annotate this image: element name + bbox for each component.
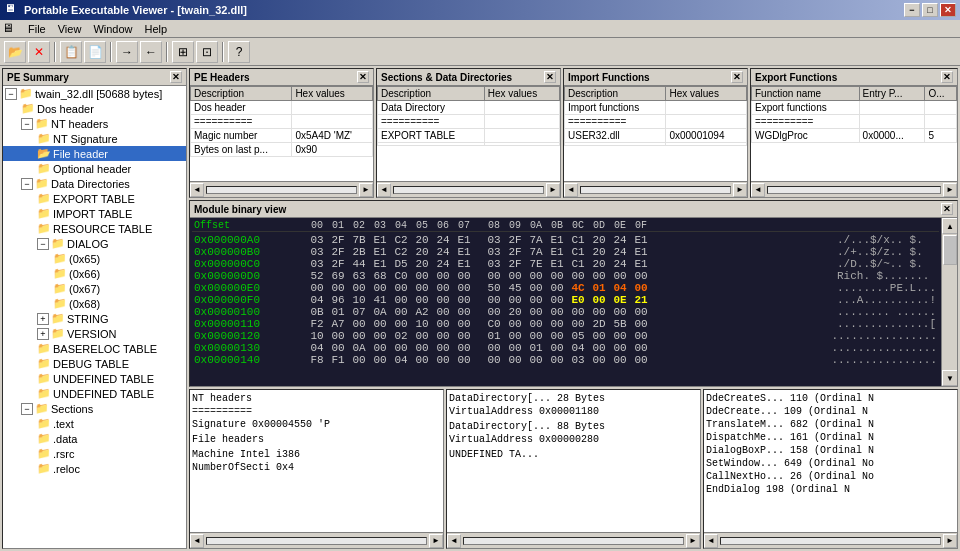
toolbar-copy[interactable]: 📋 — [60, 41, 82, 63]
tree-dialog-66[interactable]: 📁 (0x66) — [3, 266, 186, 281]
tree-import-table[interactable]: 📁 IMPORT TABLE — [3, 206, 186, 221]
toolbar-paste[interactable]: 📄 — [84, 41, 106, 63]
tree-nt-sig[interactable]: 📁 NT Signature — [3, 131, 186, 146]
table-row[interactable]: ========== — [378, 115, 560, 129]
bp1-scroll-right[interactable]: ► — [429, 534, 443, 548]
export-scroll-left[interactable]: ◄ — [751, 183, 765, 197]
bp2-scrollbar[interactable]: ◄ ► — [447, 532, 700, 548]
sections-content[interactable]: Description Hex values Data Directory===… — [377, 86, 560, 181]
toolbar-forward[interactable]: → — [116, 41, 138, 63]
datadirs-expand[interactable]: − — [21, 178, 33, 190]
bottom-panel-2-content[interactable]: DataDirectory[... 28 BytesVirtualAddress… — [447, 390, 700, 532]
bp3-scroll-right[interactable]: ► — [943, 534, 957, 548]
table-row[interactable]: Magic number0x5A4D 'MZ' — [191, 129, 373, 143]
toolbar-back[interactable]: ← — [140, 41, 162, 63]
dialog-expand[interactable]: − — [37, 238, 49, 250]
binary-scroll-up[interactable]: ▲ — [942, 218, 957, 234]
tree-undef1[interactable]: 📁 UNDEFINED TABLE — [3, 371, 186, 386]
table-row[interactable]: ========== — [565, 115, 747, 129]
import-scroll-right[interactable]: ► — [733, 183, 747, 197]
toolbar-window2[interactable]: ⊡ — [196, 41, 218, 63]
tree-data[interactable]: 📁 .data — [3, 431, 186, 446]
table-row[interactable]: USER32.dll0x00001094 — [565, 129, 747, 143]
table-row[interactable]: Bytes on last p...0x90 — [191, 143, 373, 157]
export-scrollbar[interactable]: ◄ ► — [751, 181, 957, 197]
close-button[interactable]: ✕ — [940, 3, 956, 17]
sections-close[interactable]: ✕ — [544, 71, 556, 83]
binary-table[interactable]: Offset 00 01 02 03 04 05 06 07 08 — [190, 218, 941, 386]
bp2-scroll-right[interactable]: ► — [686, 534, 700, 548]
bp3-scrollbar[interactable]: ◄ ► — [704, 532, 957, 548]
tree-undef2[interactable]: 📁 UNDEFINED TABLE — [3, 386, 186, 401]
binary-scroll-down[interactable]: ▼ — [942, 370, 957, 386]
import-content[interactable]: Description Hex values Import functions=… — [564, 86, 747, 181]
toolbar-help[interactable]: ? — [228, 41, 250, 63]
pe-headers-content[interactable]: Description Hex values Dos header=======… — [190, 86, 373, 181]
table-row[interactable] — [565, 143, 747, 146]
toolbar-close[interactable]: ✕ — [28, 41, 50, 63]
tree-root[interactable]: − 📁 twain_32.dll [50688 bytes] — [3, 86, 186, 101]
tree-dialog-67[interactable]: 📁 (0x67) — [3, 281, 186, 296]
nt-expand[interactable]: − — [21, 118, 33, 130]
tree-reloc[interactable]: 📁 .reloc — [3, 461, 186, 476]
binary-scroll-thumb[interactable] — [943, 235, 957, 265]
pe-headers-scrollbar[interactable]: ◄ ► — [190, 181, 373, 197]
tree-dialog-65[interactable]: 📁 (0x65) — [3, 251, 186, 266]
binary-view-close[interactable]: ✕ — [941, 203, 953, 215]
import-scrollbar[interactable]: ◄ ► — [564, 181, 747, 197]
tree-sections[interactable]: − 📁 Sections — [3, 401, 186, 416]
string-expand[interactable]: + — [37, 313, 49, 325]
tree-dialog-68[interactable]: 📁 (0x68) — [3, 296, 186, 311]
tree-basereloc[interactable]: 📁 BASERELOC TABLE — [3, 341, 186, 356]
bp1-scroll-left[interactable]: ◄ — [190, 534, 204, 548]
menu-file[interactable]: File — [22, 22, 52, 36]
menu-view[interactable]: View — [52, 22, 88, 36]
export-content[interactable]: Function name Entry P... O... Export fun… — [751, 86, 957, 181]
tree-text[interactable]: 📁 .text — [3, 416, 186, 431]
toolbar-grid[interactable]: ⊞ — [172, 41, 194, 63]
pe-headers-close[interactable]: ✕ — [357, 71, 369, 83]
export-scroll-right[interactable]: ► — [943, 183, 957, 197]
table-row[interactable]: EXPORT TABLE — [378, 129, 560, 143]
bp2-scroll-left[interactable]: ◄ — [447, 534, 461, 548]
tree-view[interactable]: − 📁 twain_32.dll [50688 bytes] 📁 Dos hea… — [3, 86, 186, 548]
version-expand[interactable]: + — [37, 328, 49, 340]
tree-nt-headers[interactable]: − 📁 NT headers — [3, 116, 186, 131]
tree-data-dirs[interactable]: − 📁 Data Directories — [3, 176, 186, 191]
table-row[interactable]: ========== — [191, 115, 373, 129]
table-row[interactable]: Dos header — [191, 101, 373, 115]
sections-scrollbar[interactable]: ◄ ► — [377, 181, 560, 197]
bottom-panel-1-content[interactable]: NT headers==========Signature 0x00004550… — [190, 390, 443, 532]
tree-version[interactable]: + 📁 VERSION — [3, 326, 186, 341]
pe-headers-scroll-right[interactable]: ► — [359, 183, 373, 197]
tree-string[interactable]: + 📁 STRING — [3, 311, 186, 326]
tree-dos-header[interactable]: 📁 Dos header — [3, 101, 186, 116]
export-close[interactable]: ✕ — [941, 71, 953, 83]
tree-rsrc[interactable]: 📁 .rsrc — [3, 446, 186, 461]
bottom-panel-3-content[interactable]: DdeCreateS... 110 (Ordinal NDdeCreate...… — [704, 390, 957, 532]
toolbar-open[interactable]: 📂 — [4, 41, 26, 63]
sections-scroll-right[interactable]: ► — [546, 183, 560, 197]
tree-resource-table[interactable]: 📁 RESOURCE TABLE — [3, 221, 186, 236]
table-row[interactable]: Import functions — [565, 101, 747, 115]
pe-headers-scroll-left[interactable]: ◄ — [190, 183, 204, 197]
sections-expand[interactable]: − — [21, 403, 33, 415]
table-row[interactable]: Export functions — [752, 101, 957, 115]
menu-help[interactable]: Help — [139, 22, 174, 36]
root-expand[interactable]: − — [5, 88, 17, 100]
table-row[interactable]: Data Directory — [378, 101, 560, 115]
tree-export-table[interactable]: 📁 EXPORT TABLE — [3, 191, 186, 206]
import-scroll-left[interactable]: ◄ — [564, 183, 578, 197]
pe-summary-close[interactable]: ✕ — [170, 71, 182, 83]
tree-optional-header[interactable]: 📁 Optional header — [3, 161, 186, 176]
tree-file-header[interactable]: 📂 File header — [3, 146, 186, 161]
table-row[interactable]: ========== — [752, 115, 957, 129]
minimize-button[interactable]: − — [904, 3, 920, 17]
import-close[interactable]: ✕ — [731, 71, 743, 83]
table-row[interactable] — [378, 143, 560, 146]
maximize-button[interactable]: □ — [922, 3, 938, 17]
table-row[interactable]: WGDlgProc0x0000...5 — [752, 129, 957, 143]
sections-scroll-left[interactable]: ◄ — [377, 183, 391, 197]
bp3-scroll-left[interactable]: ◄ — [704, 534, 718, 548]
menu-window[interactable]: Window — [87, 22, 138, 36]
